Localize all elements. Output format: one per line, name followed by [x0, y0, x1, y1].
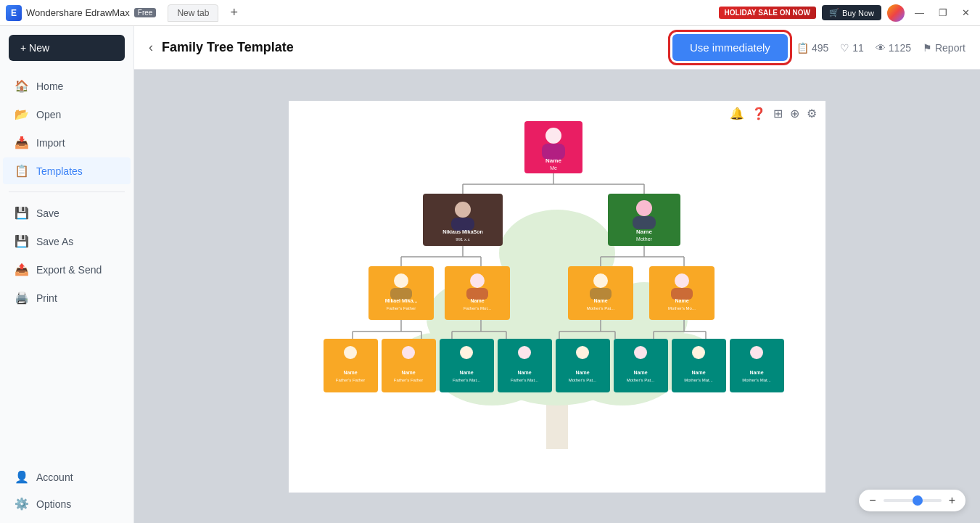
- likes-icon: ♡: [840, 42, 849, 54]
- tab-new[interactable]: New tab: [168, 4, 218, 22]
- page-title: Family Tree Template: [162, 40, 664, 55]
- svg-text:Name: Name: [470, 298, 484, 303]
- svg-text:Mother's Pat...: Mother's Pat...: [587, 306, 615, 310]
- sidebar-bottom: 👤 Account ⚙️ Options: [0, 458, 133, 523]
- titlebar-actions: HOLIDAY SALE ON NOW 🛒 Buy Now — ❐ ✕: [719, 4, 974, 22]
- svg-point-97: [692, 346, 705, 359]
- sidebar-item-save-as[interactable]: 💾 Save As: [3, 228, 131, 255]
- svg-point-81: [460, 346, 473, 359]
- svg-point-48: [636, 200, 652, 216]
- zoom-bar: − +: [859, 490, 965, 511]
- sidebar-item-label: Open: [36, 109, 61, 120]
- sidebar-item-label: Account: [36, 471, 73, 483]
- svg-rect-49: [633, 216, 656, 229]
- sidebar-item-label: Home: [36, 81, 63, 92]
- svg-point-38: [545, 128, 561, 144]
- import-icon: 📥: [15, 136, 29, 149]
- svg-text:Name: Name: [749, 370, 763, 375]
- sidebar-item-label: Import: [36, 137, 65, 149]
- svg-text:Mother's Pat...: Mother's Pat...: [569, 378, 597, 382]
- topbar: ‹ Family Tree Template Use immediately 📋…: [134, 26, 980, 70]
- open-icon: 📂: [15, 107, 29, 121]
- svg-text:Name: Name: [633, 370, 647, 375]
- report-button[interactable]: ⚑ Report: [923, 42, 965, 54]
- zoom-in-button[interactable]: +: [949, 494, 955, 507]
- free-badge: Free: [134, 8, 157, 17]
- templates-icon: 📋: [15, 164, 29, 178]
- likes-stat: ♡ 11: [840, 42, 864, 54]
- use-immediately-button[interactable]: Use immediately: [672, 34, 788, 61]
- zoom-out-button[interactable]: −: [869, 494, 876, 507]
- sidebar-item-label: Save: [36, 207, 59, 219]
- minimize-button[interactable]: —: [910, 7, 928, 18]
- sidebar-item-home[interactable]: 🏠 Home: [3, 73, 131, 99]
- sidebar-nav: 🏠 Home 📂 Open 📥 Import 📋 Templates 💾 Sav…: [0, 70, 133, 314]
- sidebar-item-label: Export & Send: [36, 264, 102, 276]
- canvas-area: 🔔 ❓ ⊞ ⊕ ⚙: [134, 70, 980, 523]
- titlebar: E Wondershare EdrawMax Free New tab + HO…: [0, 0, 980, 26]
- svg-text:Mother's Pat...: Mother's Pat...: [627, 378, 655, 382]
- views-stat: 👁 1125: [876, 42, 911, 54]
- svg-text:Name: Name: [675, 298, 688, 303]
- svg-point-73: [344, 346, 357, 359]
- svg-text:Me: Me: [550, 165, 557, 170]
- sidebar: + New 🏠 Home 📂 Open 📥 Import 📋 Templates…: [0, 26, 134, 523]
- copies-icon: 📋: [796, 42, 809, 54]
- svg-point-101: [750, 346, 763, 359]
- svg-text:Mother's Mo...: Mother's Mo...: [668, 306, 696, 310]
- sidebar-item-label: Print: [36, 292, 57, 304]
- add-tab-button[interactable]: +: [221, 2, 247, 23]
- new-button[interactable]: + New: [9, 35, 125, 61]
- svg-point-58: [470, 273, 485, 288]
- sidebar-item-open[interactable]: 📂 Open: [3, 101, 131, 128]
- svg-text:Name: Name: [343, 370, 357, 375]
- report-label: Report: [935, 42, 965, 54]
- buy-now-button[interactable]: 🛒 Buy Now: [822, 5, 881, 20]
- svg-text:Name: Name: [545, 157, 561, 164]
- app-logo: E Wondershare EdrawMax Free: [6, 5, 156, 21]
- svg-point-89: [576, 346, 589, 359]
- sidebar-item-print[interactable]: 🖨️ Print: [3, 284, 131, 311]
- topbar-stats: 📋 495 ♡ 11 👁 1125 ⚑ Report: [796, 42, 965, 54]
- holiday-badge: HOLIDAY SALE ON NOW: [719, 7, 816, 19]
- svg-text:Name: Name: [401, 370, 415, 375]
- report-icon: ⚑: [923, 42, 932, 54]
- family-tree-svg: Name Me Nikiaus MikaSon 991 x.c Name Mot…: [289, 101, 825, 485]
- sidebar-item-export[interactable]: 📤 Export & Send: [3, 256, 131, 283]
- restore-button[interactable]: ❐: [934, 7, 952, 18]
- svg-text:Father's Mat...: Father's Mat...: [453, 378, 480, 382]
- svg-text:Mikael Mika...: Mikael Mika...: [385, 298, 418, 303]
- sidebar-item-import[interactable]: 📥 Import: [3, 129, 131, 156]
- svg-text:Father's Mot...: Father's Mot...: [464, 306, 491, 310]
- main-layout: + New 🏠 Home 📂 Open 📥 Import 📋 Templates…: [0, 26, 980, 523]
- print-icon: 🖨️: [15, 291, 29, 305]
- account-icon: 👤: [15, 470, 29, 484]
- svg-point-43: [455, 202, 471, 218]
- svg-text:Name: Name: [517, 370, 531, 375]
- home-icon: 🏠: [15, 79, 29, 93]
- zoom-thumb: [913, 495, 923, 506]
- canvas-content: 🔔 ❓ ⊞ ⊕ ⚙: [289, 101, 825, 493]
- svg-text:Mother: Mother: [636, 236, 652, 242]
- sidebar-item-templates[interactable]: 📋 Templates: [3, 157, 131, 184]
- sidebar-item-options[interactable]: ⚙️ Options: [3, 490, 131, 517]
- export-icon: 📤: [15, 263, 29, 276]
- sidebar-divider: [9, 192, 125, 192]
- svg-point-85: [518, 346, 531, 359]
- copies-stat: 📋 495: [796, 42, 828, 54]
- sidebar-item-account[interactable]: 👤 Account: [3, 464, 131, 490]
- svg-text:Name: Name: [575, 370, 589, 375]
- svg-text:Name: Name: [636, 228, 652, 235]
- back-button[interactable]: ‹: [149, 40, 153, 55]
- svg-point-53: [394, 273, 408, 288]
- content-area: ‹ Family Tree Template Use immediately 📋…: [134, 26, 980, 523]
- sidebar-item-label: Save As: [36, 236, 73, 247]
- sidebar-item-save[interactable]: 💾 Save: [3, 199, 131, 226]
- avatar[interactable]: [887, 4, 905, 22]
- zoom-track[interactable]: [884, 499, 942, 502]
- svg-text:Father's Mat...: Father's Mat...: [511, 378, 538, 382]
- close-button[interactable]: ✕: [958, 7, 974, 18]
- svg-text:Father's Father: Father's Father: [336, 378, 366, 382]
- svg-text:Nikiaus MikaSon: Nikiaus MikaSon: [442, 229, 483, 234]
- svg-point-63: [593, 273, 608, 288]
